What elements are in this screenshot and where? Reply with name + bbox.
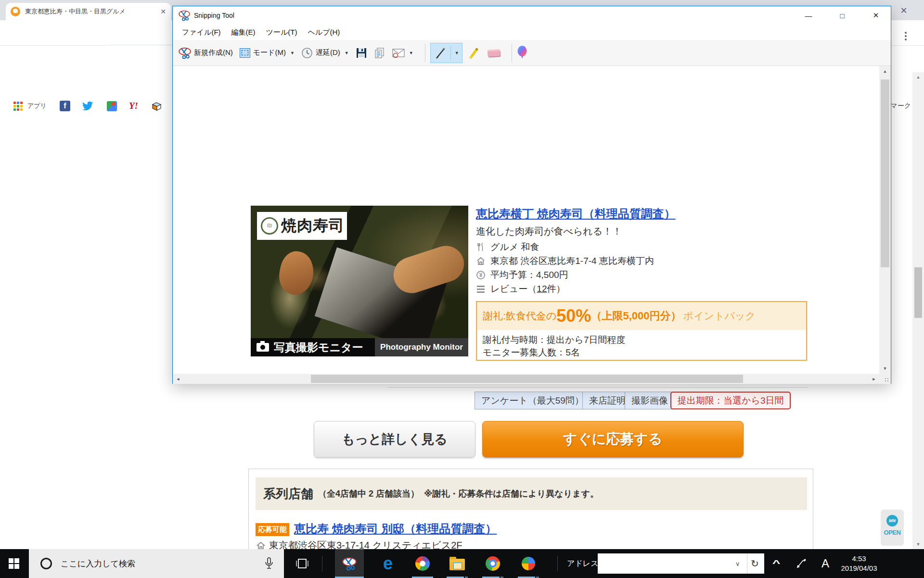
bookmark-facebook[interactable]: f	[60, 100, 70, 112]
mode-button[interactable]: モード(M) ▼	[240, 48, 295, 58]
page-scrollbar[interactable]: ▲ ▼	[912, 72, 924, 549]
highlighter-icon	[467, 46, 481, 60]
snip-vertical-scrollbar[interactable]: ▲ ▼	[879, 66, 891, 374]
microphone-icon	[265, 557, 273, 570]
tab-close-icon[interactable]: ✕	[160, 8, 166, 15]
scroll-down-icon[interactable]: ▼	[912, 539, 924, 549]
edit-with-paint3d-button[interactable]	[517, 46, 527, 60]
save-icon	[356, 47, 367, 59]
windows-ink-button[interactable]	[793, 549, 809, 578]
send-dropdown-icon: ▼	[409, 51, 413, 55]
review-list-icon	[476, 286, 486, 293]
snipping-menu-bar: ファイル(F) 編集(E) ツール(T) ヘルプ(H)	[173, 25, 891, 40]
apply-now-button[interactable]: すぐに応募する	[482, 421, 744, 458]
pen-button[interactable]: ▼	[430, 43, 462, 63]
close-button[interactable]: ✕	[865, 6, 887, 25]
camera-icon	[257, 343, 269, 352]
menu-tools[interactable]: ツール(T)	[261, 28, 303, 37]
snip-vscroll-thumb[interactable]	[881, 79, 889, 267]
bookmark-apps[interactable]: アプリ	[13, 100, 47, 112]
snipping-title-bar[interactable]: Snipping Tool — □ ✕	[173, 6, 891, 25]
hidden-icons-chevron[interactable]: ^	[766, 549, 787, 578]
restaurant-logo-text: 焼肉寿司	[281, 215, 345, 236]
taskbar: ここに入力して検索 e	[0, 549, 924, 578]
taskbar-chrome[interactable]	[478, 549, 507, 578]
menu-edit[interactable]: 編集(E)	[226, 28, 261, 37]
snip-scroll-up-icon[interactable]: ▲	[879, 66, 891, 77]
snip-scroll-left-icon[interactable]: ◄	[173, 374, 183, 384]
picasa-icon	[415, 556, 430, 571]
new-snip-button[interactable]: 新規作成(N)	[179, 47, 233, 59]
bookmark-maps[interactable]	[107, 100, 117, 112]
taskbar-file-explorer[interactable]	[443, 549, 472, 578]
menu-file[interactable]: ファイル(F)	[177, 28, 226, 37]
taskbar-edge[interactable]: e	[373, 549, 402, 578]
edge-icon: e	[383, 556, 393, 571]
pen-tray-icon	[796, 558, 807, 569]
bookmark-yahoo[interactable]: Y!	[129, 100, 138, 112]
clock-time: 4:53	[852, 554, 866, 564]
photo-caption-jp: 写真撮影モニター	[274, 340, 363, 355]
taskbar-search[interactable]: ここに入力して検索	[29, 549, 284, 578]
related-stores-note: ※謝礼・応募条件は店舗により異なります。	[424, 488, 599, 499]
eraser-icon	[487, 49, 500, 57]
reward-percent: 50%	[556, 302, 591, 330]
address-dropdown-icon[interactable]: ∨	[735, 560, 740, 567]
highlighter-button[interactable]	[467, 46, 481, 60]
taskbar-picasa[interactable]	[408, 549, 437, 578]
start-button[interactable]	[0, 549, 28, 578]
ime-mode-button[interactable]: A	[817, 549, 834, 578]
address-go-icon[interactable]: ↻	[751, 558, 759, 569]
search-placeholder-text: ここに入力して検索	[61, 558, 265, 569]
maximize-button[interactable]: □	[831, 6, 853, 25]
windows-logo-icon	[9, 558, 19, 569]
budget-row: ¥ 平均予算：4,500円	[476, 269, 568, 281]
reward-capacity: モニター募集人数：5名	[483, 346, 580, 359]
menu-help[interactable]: ヘルプ(H)	[302, 28, 345, 37]
pen-icon	[434, 46, 448, 60]
twitter-bird-icon	[82, 101, 93, 111]
taskbar-photos[interactable]	[514, 549, 543, 578]
scroll-thumb[interactable]	[914, 267, 922, 318]
task-view-button[interactable]	[288, 549, 317, 578]
mode-label: モード(M)	[253, 48, 286, 57]
taskbar-snipping-tool[interactable]	[335, 549, 364, 578]
more-detail-button[interactable]: もっと詳しく見る	[314, 421, 475, 458]
clock-date: 2019/04/03	[841, 564, 877, 573]
site-favicon-icon	[11, 7, 20, 16]
snip-scroll-down-icon[interactable]: ▼	[879, 363, 891, 374]
copy-button[interactable]	[374, 47, 385, 59]
taskbar-separator	[557, 556, 558, 571]
apply-ok-badge: 応募可能	[256, 523, 289, 536]
cube-icon	[151, 101, 162, 112]
snip-hscroll-thumb[interactable]	[311, 375, 743, 383]
browser-menu-icon[interactable]	[901, 29, 911, 43]
building-icon	[476, 257, 486, 265]
scroll-up-icon[interactable]: ▲	[912, 72, 924, 82]
taskbar-clock[interactable]: 4:53 2019/04/03	[833, 549, 886, 578]
send-button[interactable]: ▼	[392, 48, 413, 58]
minimize-button[interactable]: —	[797, 6, 820, 25]
scissors-icon	[342, 556, 357, 571]
tag-photos: 撮影画像	[625, 392, 675, 409]
bookmark-box[interactable]	[151, 100, 162, 112]
delay-button[interactable]: 遅延(D) ▼	[301, 47, 349, 59]
related-store-link[interactable]: 恵比寿 焼肉寿司 別邸（料理品質調査）	[294, 521, 497, 537]
snip-scroll-right-icon[interactable]: ►	[869, 374, 879, 384]
snip-resize-corner[interactable]	[879, 374, 891, 384]
divider	[747, 553, 747, 574]
reward-suffix: ポイントバック	[683, 309, 755, 323]
resize-grip-icon	[885, 378, 889, 382]
browser-close-button[interactable]: ✕	[894, 4, 913, 17]
bookmark-twitter[interactable]	[82, 100, 93, 112]
reward-prefix: 謝礼:飲食代金の	[483, 309, 556, 323]
snip-horizontal-scrollbar[interactable]: ◄ ►	[173, 374, 879, 384]
address-toolbar-label: アドレス	[567, 549, 599, 578]
eraser-button[interactable]	[488, 50, 500, 56]
yen-icon: ¥	[476, 271, 486, 279]
facebook-icon: f	[60, 101, 70, 111]
save-button[interactable]	[356, 47, 367, 59]
browser-tab[interactable]: 東京都恵比寿・中目黒・目黒グルメ ✕	[6, 3, 171, 20]
open-widget[interactable]: MN OPEN	[881, 510, 904, 546]
address-toolbar-input[interactable]: ∨ ↻	[598, 553, 764, 574]
